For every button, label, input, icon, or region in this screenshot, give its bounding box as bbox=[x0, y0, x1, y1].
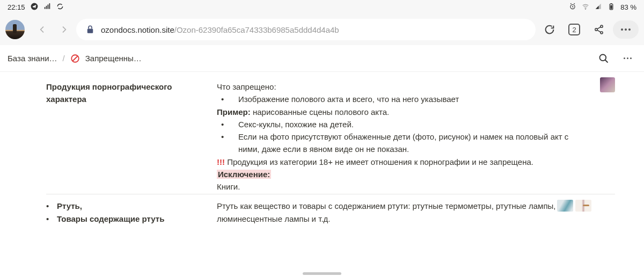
page-content: Продукция порнографического характера Чт… bbox=[0, 72, 644, 276]
battery-icon bbox=[608, 3, 615, 12]
clock: 22:15 bbox=[8, 3, 25, 11]
browser-toolbar: ozondocs.notion.site/Ozon-62390fa65ca743… bbox=[0, 14, 644, 45]
svg-rect-9 bbox=[611, 5, 613, 9]
warning-text: Продукция из категории 18+ не имеет отно… bbox=[225, 157, 533, 166]
forward-button[interactable] bbox=[55, 20, 73, 39]
telegram-icon bbox=[31, 3, 38, 12]
warning-prefix: !!! bbox=[217, 157, 225, 166]
exception-label: Исключение: bbox=[217, 170, 271, 179]
svg-point-16 bbox=[600, 54, 606, 61]
horizontal-scrollbar[interactable] bbox=[303, 272, 341, 275]
svg-rect-1 bbox=[44, 7, 45, 9]
profile-avatar[interactable] bbox=[5, 20, 25, 39]
svg-rect-2 bbox=[46, 5, 47, 9]
signal-bars-icon bbox=[43, 3, 51, 12]
category-title: Продукция порнографического характера bbox=[46, 82, 172, 104]
tabs-button[interactable]: 2 bbox=[564, 19, 585, 40]
table-row: Продукция порнографического характера Чт… bbox=[46, 81, 615, 193]
back-button[interactable] bbox=[33, 20, 52, 39]
url-host: ozondocs.notion.site bbox=[101, 25, 174, 34]
battery-percent: 83 % bbox=[620, 3, 636, 11]
share-button[interactable] bbox=[588, 19, 610, 40]
cell-signal-icon bbox=[595, 3, 602, 12]
page-more-button[interactable] bbox=[618, 57, 636, 59]
address-bar[interactable]: ozondocs.notion.site/Ozon-62390fa65ca743… bbox=[76, 19, 536, 40]
list-item: Если на фото присутствуют обнаженные дет… bbox=[238, 130, 585, 156]
reload-button[interactable] bbox=[539, 19, 560, 40]
category-description: Ртуть как вещество и товары с содержание… bbox=[217, 200, 585, 225]
svg-rect-8 bbox=[611, 3, 612, 4]
wifi-icon bbox=[582, 3, 589, 12]
svg-point-6 bbox=[586, 9, 586, 9]
category-bullet: Ртуть, bbox=[57, 200, 82, 212]
no-entry-icon bbox=[70, 54, 80, 63]
thumbnail-image[interactable] bbox=[600, 77, 615, 92]
sync-icon bbox=[56, 3, 64, 12]
example-text: нарисованные сцены полового акта. bbox=[251, 107, 390, 117]
url-path: /Ozon-62390fa65ca74333b6985a5ddd4d4a4b bbox=[174, 25, 339, 34]
breadcrumb-page[interactable]: Запрещенны… bbox=[85, 54, 142, 63]
alarm-icon bbox=[569, 3, 576, 12]
category-bullet: Товары содержащие ртуть bbox=[57, 213, 164, 225]
svg-line-15 bbox=[72, 56, 77, 61]
more-menu-button[interactable] bbox=[613, 20, 639, 39]
exception-text: Книги. bbox=[217, 180, 585, 193]
forbidden-label: Что запрещено: bbox=[217, 81, 585, 93]
tab-count: 2 bbox=[568, 24, 580, 35]
search-button[interactable] bbox=[595, 53, 613, 64]
lock-icon bbox=[85, 24, 96, 35]
list-item: Изображение полового акта и всего, что н… bbox=[238, 93, 459, 105]
thumbnail-image[interactable] bbox=[575, 200, 591, 212]
thumbnail-image[interactable] bbox=[557, 200, 573, 212]
svg-rect-4 bbox=[49, 3, 50, 9]
example-label: Пример: bbox=[217, 107, 251, 117]
status-bar: 22:15 83 % bbox=[0, 0, 644, 14]
list-item: Секс-куклы, похожие на детей. bbox=[238, 118, 354, 130]
svg-rect-3 bbox=[47, 4, 48, 9]
table-row: •Ртуть, • Товары содержащие ртуть Ртуть … bbox=[46, 194, 615, 225]
breadcrumb-root[interactable]: База знани… bbox=[8, 54, 57, 63]
page-header: База знани… / Запрещенны… bbox=[0, 45, 644, 72]
breadcrumb-separator: / bbox=[63, 54, 65, 63]
svg-rect-10 bbox=[87, 29, 93, 33]
